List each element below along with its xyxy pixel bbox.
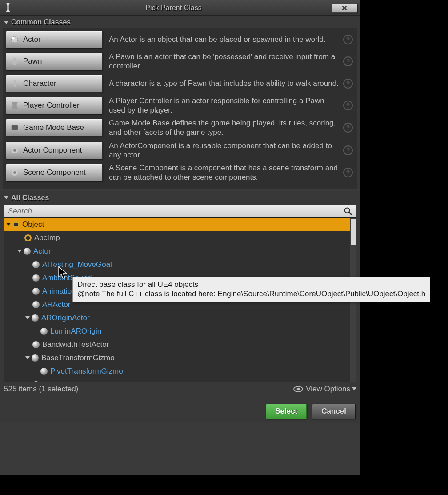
class-description: A Player Controller is an actor responsi… — [103, 96, 343, 115]
expand-icon[interactable] — [17, 250, 22, 253]
all-classes-header[interactable]: All Classes — [0, 191, 360, 204]
titlebar: Pick Parent Class — [0, 0, 360, 16]
class-description: A character is a type of Pawn that inclu… — [103, 79, 343, 88]
class-icon — [10, 56, 20, 66]
tree-item-aroriginactor[interactable]: AROriginActor — [4, 311, 350, 325]
search-input[interactable] — [8, 207, 344, 216]
status-bar: 525 items (1 selected) View Options — [4, 382, 356, 397]
unreal-logo-icon — [0, 0, 16, 16]
class-bullet-icon — [32, 381, 40, 382]
tree-item-label: AITesting_MoveGoal — [42, 260, 112, 269]
class-bullet-icon — [24, 248, 31, 255]
common-class-row: CharacterA character is a type of Pawn t… — [6, 75, 355, 93]
common-class-row: Game Mode BaseGame Mode Base defines the… — [6, 118, 355, 137]
tree-item-pivottransformgizmo[interactable]: PivotTransformGizmo — [4, 365, 350, 378]
help-icon[interactable]: ? — [343, 35, 353, 44]
scrollbar-thumb[interactable] — [351, 219, 356, 245]
tree-item-object[interactable]: Object — [4, 218, 350, 231]
class-label: Actor — [23, 35, 41, 44]
tree-item-aitesting_movegoal[interactable]: AITesting_MoveGoal — [4, 258, 350, 271]
tree-item-label: BandwidthTestActor — [42, 340, 109, 349]
tree-item-label: LuminAROrigin — [50, 327, 101, 336]
class-bullet-icon — [12, 221, 20, 228]
tree-item-abcimp[interactable]: AbcImp — [4, 231, 350, 245]
class-bullet-icon — [32, 341, 40, 348]
class-description: A Scene Component is a component that ha… — [103, 163, 343, 182]
search-field[interactable] — [4, 205, 356, 218]
help-icon[interactable]: ? — [343, 145, 353, 155]
class-icon — [10, 35, 20, 44]
expand-spacer — [33, 329, 39, 334]
class-button-scene component[interactable]: Scene Component — [6, 164, 103, 181]
help-icon[interactable]: ? — [343, 123, 353, 133]
class-button-pawn[interactable]: Pawn — [6, 52, 103, 70]
close-button[interactable] — [332, 3, 357, 13]
class-description: A Pawn is an actor that can be 'possesse… — [103, 52, 343, 71]
view-options-label[interactable]: View Options — [306, 385, 350, 394]
class-description: An Actor is an object that can be placed… — [103, 35, 343, 44]
expand-icon[interactable] — [25, 316, 30, 319]
expand-icon[interactable] — [25, 356, 30, 359]
tree-item-actor[interactable]: Actor — [4, 245, 350, 258]
common-classes-section: Common Classes ActorAn Actor is an objec… — [0, 16, 360, 189]
common-class-row: ActorAn Actor is an object that can be p… — [6, 31, 355, 48]
class-button-actor[interactable]: Actor — [6, 31, 103, 48]
expand-icon[interactable] — [6, 223, 11, 226]
expand-spacer — [17, 235, 23, 241]
class-button-player controller[interactable]: Player Controller — [6, 97, 103, 114]
common-class-row: Actor ComponentAn ActorComponent is a re… — [6, 141, 355, 160]
tree-item-label: AROriginActor — [41, 314, 90, 322]
class-button-game mode base[interactable]: Game Mode Base — [6, 119, 103, 137]
expand-spacer — [25, 342, 31, 347]
class-bullet-icon — [40, 328, 48, 335]
section-label: Common Classes — [11, 18, 71, 26]
tree-item-bandwidthtestactor[interactable]: BandwidthTestActor — [4, 338, 350, 351]
tooltip-line: Direct base class for all UE4 objects — [77, 280, 425, 289]
svg-point-16 — [297, 387, 300, 390]
class-bullet-icon — [32, 261, 40, 268]
class-bullet-icon — [32, 288, 40, 295]
tooltip: Direct base class for all UE4 objects @n… — [72, 277, 430, 302]
tree-item-basetransformgizmo[interactable]: BaseTransformGizmo — [4, 351, 350, 365]
tooltip-line: @note The full C++ class is located here… — [77, 289, 425, 298]
expand-spacer — [25, 262, 31, 267]
class-label: Scene Component — [23, 168, 86, 177]
class-button-character[interactable]: Character — [6, 75, 103, 93]
tree-item-luminarorigin[interactable]: LuminAROrigin — [4, 325, 350, 338]
svg-point-4 — [12, 61, 17, 65]
class-icon — [10, 123, 20, 133]
help-icon[interactable]: ? — [343, 56, 353, 66]
svg-rect-8 — [12, 126, 17, 129]
common-classes-header[interactable]: Common Classes — [0, 16, 360, 28]
tree-item-label: BaseTransformGizmo — [41, 354, 115, 362]
svg-point-12 — [13, 171, 16, 174]
class-bullet-icon — [32, 354, 39, 362]
class-button-actor component[interactable]: Actor Component — [6, 141, 103, 159]
svg-line-14 — [349, 212, 352, 215]
common-class-row: Scene ComponentA Scene Component is a co… — [6, 163, 355, 182]
class-icon — [10, 101, 20, 110]
window-title: Pick Parent Class — [16, 4, 332, 12]
svg-rect-6 — [14, 84, 16, 87]
tree-item-label: Blueprint_CeilingLight — [42, 380, 116, 382]
tree-item-label: PivotTransformGizmo — [50, 367, 123, 376]
common-class-row: Player ControllerA Player Controller is … — [6, 96, 355, 115]
select-button[interactable]: Select — [266, 404, 307, 419]
tree-item-label: Object — [22, 220, 44, 229]
help-icon[interactable]: ? — [343, 101, 353, 110]
section-label: All Classes — [11, 194, 49, 202]
svg-point-3 — [13, 58, 16, 61]
svg-point-1 — [12, 36, 18, 43]
cancel-button[interactable]: Cancel — [312, 404, 356, 419]
expand-spacer — [25, 289, 31, 294]
class-icon — [10, 79, 20, 89]
search-icon — [344, 207, 352, 216]
chevron-down-icon — [352, 387, 356, 390]
class-icon — [10, 168, 20, 177]
help-icon[interactable]: ? — [343, 168, 353, 177]
expand-spacer — [33, 369, 39, 374]
tree-item-blueprint_ceilinglight[interactable]: Blueprint_CeilingLight — [4, 378, 350, 382]
svg-point-13 — [345, 208, 350, 213]
help-icon[interactable]: ? — [343, 79, 353, 89]
item-count: 525 items (1 selected) — [4, 385, 78, 394]
